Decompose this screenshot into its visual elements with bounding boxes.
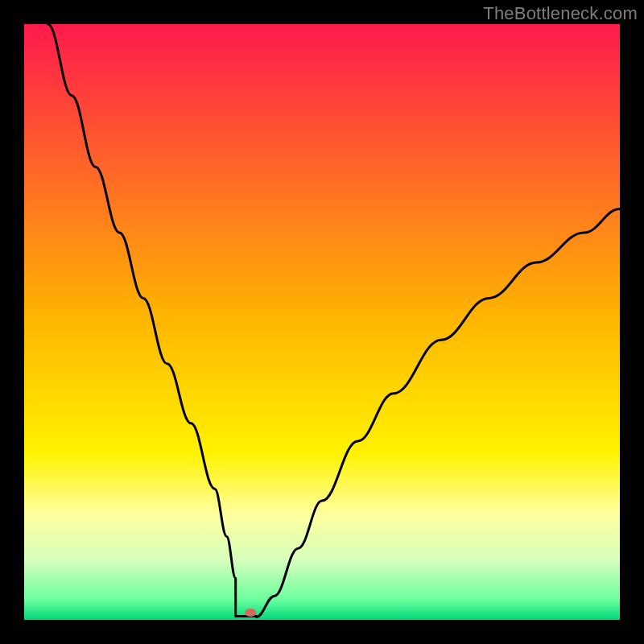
plot-area <box>24 24 620 620</box>
gradient-background <box>24 24 620 620</box>
watermark-text: TheBottleneck.com <box>483 3 638 24</box>
chart-svg <box>24 24 620 620</box>
optimal-point-marker <box>245 609 256 617</box>
outer-frame: TheBottleneck.com <box>0 0 644 644</box>
